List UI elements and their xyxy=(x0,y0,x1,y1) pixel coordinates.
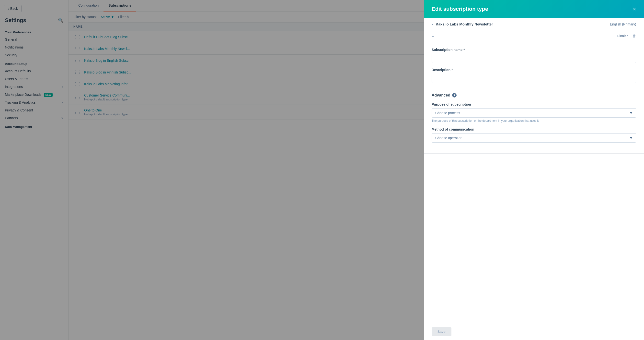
modal-close-button[interactable]: × xyxy=(633,6,636,12)
form-group-purpose: Purpose of subscription Choose process ▼… xyxy=(432,102,636,122)
modal-header: Edit subscription type × xyxy=(424,0,644,18)
subscription-collapsed-row[interactable]: › Kaks.io Labs Monthly Newsletter Englis… xyxy=(424,18,644,30)
chevron-down-icon[interactable]: ⌄ xyxy=(432,34,434,38)
method-select[interactable]: Choose operation xyxy=(432,133,636,142)
expanded-language-label: Finnish xyxy=(617,34,628,38)
purpose-hint: The purpose of this subscription or the … xyxy=(432,119,636,122)
subscription-name-input[interactable] xyxy=(432,54,636,63)
modal-footer: Save xyxy=(424,323,644,340)
expanded-header-left: ⌄ xyxy=(432,34,434,38)
form-section: Subscription name * Description * Advanc… xyxy=(424,42,644,153)
form-group-description: Description * xyxy=(432,68,636,83)
subscription-name: Kaks.io Labs Monthly Newsletter xyxy=(436,22,493,26)
primary-language-label: English (Primary) xyxy=(610,22,636,26)
modal-panel: Edit subscription type × › Kaks.io Labs … xyxy=(424,0,644,340)
delete-icon[interactable]: 🗑 xyxy=(632,34,636,38)
info-icon[interactable]: i xyxy=(452,93,456,97)
purpose-label: Purpose of subscription xyxy=(432,102,636,106)
form-group-subscription-name: Subscription name * xyxy=(432,48,636,63)
modal-body: › Kaks.io Labs Monthly Newsletter Englis… xyxy=(424,18,644,323)
method-select-wrapper: Choose operation ▼ xyxy=(432,133,636,142)
form-group-method: Method of communication Choose operation… xyxy=(432,127,636,142)
chevron-right-icon: › xyxy=(432,22,433,26)
advanced-section-title: Advanced i xyxy=(432,93,636,97)
method-label: Method of communication xyxy=(432,127,636,131)
description-input[interactable] xyxy=(432,74,636,83)
save-button[interactable]: Save xyxy=(432,327,452,336)
modal-overlay: Edit subscription type × › Kaks.io Labs … xyxy=(0,0,644,340)
divider xyxy=(432,88,636,88)
sub-row-left: › Kaks.io Labs Monthly Newsletter xyxy=(432,22,493,26)
expanded-section: ⌄ Finnish 🗑 Subscription name * Descript… xyxy=(424,30,644,153)
purpose-select-wrapper: Choose process ▼ xyxy=(432,108,636,118)
description-label: Description * xyxy=(432,68,636,72)
subscription-name-label: Subscription name * xyxy=(432,48,636,52)
modal-title: Edit subscription type xyxy=(432,6,488,12)
expanded-header-actions: Finnish 🗑 xyxy=(617,34,636,38)
purpose-select[interactable]: Choose process xyxy=(432,108,636,118)
expanded-header: ⌄ Finnish 🗑 xyxy=(424,30,644,42)
